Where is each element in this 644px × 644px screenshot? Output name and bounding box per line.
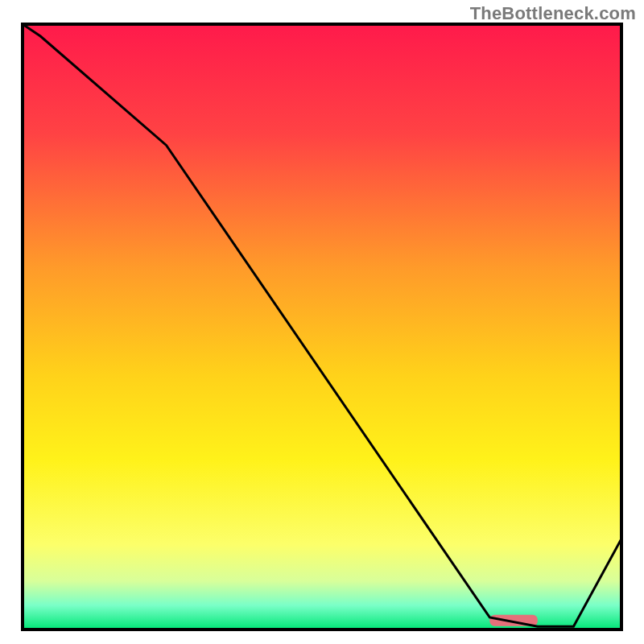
bottleneck-chart	[0, 0, 644, 644]
watermark-text: TheBottleneck.com	[470, 3, 636, 24]
gradient-background	[23, 24, 621, 630]
chart-container: TheBottleneck.com	[0, 0, 644, 644]
